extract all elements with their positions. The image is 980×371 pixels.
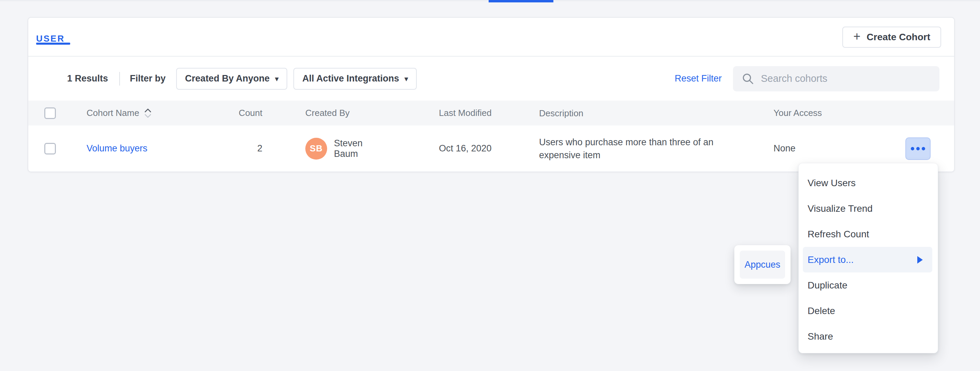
avatar: SB — [305, 138, 327, 159]
row-context-menu: View Users Visualize Trend Refresh Count… — [799, 163, 938, 353]
menu-item-duplicate[interactable]: Duplicate — [803, 272, 932, 298]
cohort-name-link[interactable]: Volume buyers — [87, 143, 148, 153]
panel-tab-bar: USER + Create Cohort — [28, 18, 954, 57]
search-icon — [742, 73, 754, 85]
header-last-modified: Last Modified — [372, 108, 505, 118]
ellipsis-icon — [916, 147, 920, 150]
chevron-down-icon: ▾ — [404, 75, 408, 83]
row-actions-button[interactable] — [905, 137, 931, 160]
row-checkbox[interactable] — [44, 143, 56, 154]
cohorts-panel: USER + Create Cohort 1 Results Filter by… — [28, 17, 955, 172]
menu-item-export-to-label: Export to... — [808, 255, 854, 265]
reset-filter-link[interactable]: Reset Filter — [675, 73, 722, 84]
tab-user-underline — [36, 43, 70, 45]
chevron-down-icon: ▾ — [275, 75, 278, 83]
menu-item-visualize-trend[interactable]: Visualize Trend — [803, 196, 932, 221]
menu-item-view-users[interactable]: View Users — [803, 170, 932, 196]
plus-icon: + — [853, 30, 861, 43]
header-cohort-name[interactable]: Cohort Name — [87, 107, 205, 119]
header-created-by: Created By — [262, 108, 372, 118]
last-modified-date: Oct 16, 2020 — [372, 143, 505, 154]
tab-user[interactable]: USER — [36, 33, 65, 44]
menu-item-export-to[interactable]: Export to... — [803, 247, 932, 272]
cohort-count: 2 — [205, 143, 262, 154]
header-description: Description — [505, 107, 740, 120]
select-all-checkbox[interactable] — [44, 107, 56, 119]
create-cohort-label: Create Cohort — [867, 32, 930, 43]
menu-item-share[interactable]: Share — [803, 323, 932, 349]
created-by-dropdown[interactable]: Created By Anyone ▾ — [176, 68, 287, 90]
integrations-dropdown[interactable]: All Active Integrations ▾ — [293, 68, 417, 90]
submenu-item-appcues[interactable]: Appcues — [740, 251, 785, 279]
ellipsis-icon — [911, 147, 914, 150]
menu-item-refresh-count[interactable]: Refresh Count — [803, 221, 932, 247]
header-your-access: Your Access — [740, 108, 954, 118]
created-by-dropdown-label: Created By Anyone — [185, 73, 269, 84]
tab-user-label: USER — [36, 33, 65, 44]
header-count: Count — [205, 108, 262, 118]
table-header-row: Cohort Name Count Created By Last Modifi… — [28, 100, 954, 126]
search-box[interactable] — [733, 66, 939, 91]
menu-item-delete[interactable]: Delete — [803, 298, 932, 323]
results-count: 1 Results — [67, 73, 108, 84]
search-input[interactable] — [761, 73, 931, 84]
integrations-dropdown-label: All Active Integrations — [302, 73, 399, 84]
submenu-arrow-icon — [917, 256, 923, 264]
ellipsis-icon — [922, 147, 925, 150]
active-tab-indicator — [488, 0, 554, 2]
sort-icon — [143, 107, 152, 119]
export-submenu: Appcues — [734, 245, 791, 284]
cohort-description: Users who purchase more than three of an… — [505, 136, 740, 162]
filter-by-label: Filter by — [130, 73, 165, 84]
create-cohort-button[interactable]: + Create Cohort — [842, 27, 941, 48]
filter-divider — [119, 72, 120, 86]
created-by-name: Steven Baum — [334, 138, 372, 159]
filter-bar: 1 Results Filter by Created By Anyone ▾ … — [28, 57, 954, 100]
